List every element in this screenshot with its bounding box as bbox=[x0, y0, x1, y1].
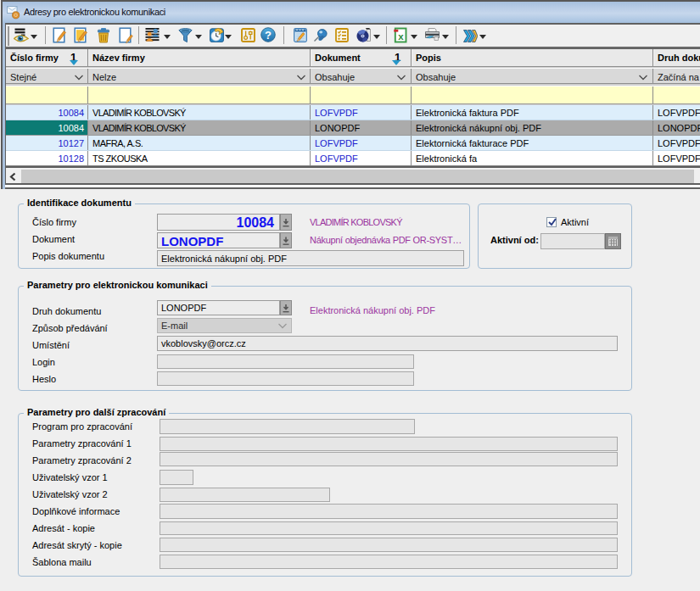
svg-text:x: x bbox=[398, 31, 404, 42]
svg-text:?: ? bbox=[265, 29, 272, 42]
